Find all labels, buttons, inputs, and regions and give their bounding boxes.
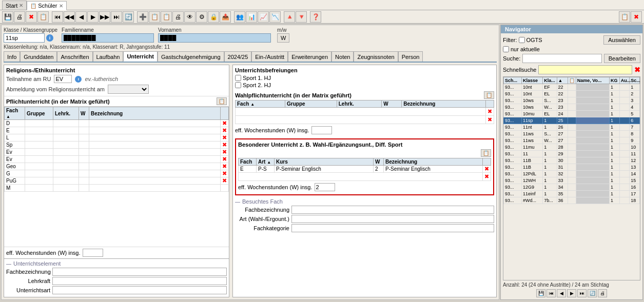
- nav-row-15[interactable]: 93...12WH133████115: [504, 177, 640, 184]
- toolbar-next2[interactable]: ▶▶: [99, 11, 110, 23]
- nav-row-12[interactable]: 93...11B130████112: [504, 157, 640, 164]
- tab-anschriften[interactable]: Anschriften: [57, 51, 92, 62]
- tab-gastschul[interactable]: Gastschulgenehmigung: [158, 51, 224, 62]
- lehrkraft-input[interactable]: [52, 277, 227, 285]
- nav-row-4[interactable]: 93...10wsW...23████14: [504, 104, 640, 111]
- delete-icon[interactable]: ✖: [222, 170, 227, 176]
- nav-row-3[interactable]: 93...10wsS...23████13: [504, 97, 640, 104]
- delete-icon[interactable]: ✖: [222, 177, 227, 184]
- tab-person[interactable]: Person: [398, 51, 423, 62]
- nav-row-16[interactable]: 93...12G9134████116: [504, 184, 640, 191]
- nav-ctrl-last[interactable]: ⏭: [577, 289, 587, 297]
- schnellsuche-input[interactable]: [538, 65, 632, 74]
- mw-button[interactable]: W: [277, 33, 289, 43]
- nav-row-7[interactable]: 93...11nt126████17: [504, 124, 640, 131]
- art-wahl-input[interactable]: [291, 215, 494, 223]
- toolbar-clipboard[interactable]: 📋: [37, 11, 49, 23]
- toolbar-refresh[interactable]: 🔄: [123, 11, 134, 23]
- toolbar-print[interactable]: 🖨: [14, 11, 25, 23]
- delete-icon[interactable]: ✖: [222, 149, 227, 155]
- delete-icon[interactable]: ✖: [222, 120, 227, 126]
- toolbar-chart2[interactable]: 📈: [258, 11, 269, 23]
- toolbar-down[interactable]: 🔻: [296, 11, 307, 23]
- delete-icon[interactable]: ✖: [484, 166, 489, 172]
- eff-wahlpflicht-input[interactable]: [311, 126, 332, 134]
- suche-input[interactable]: [522, 54, 602, 63]
- klasse-input[interactable]: [4, 33, 45, 43]
- toolbar-up[interactable]: 🔺: [284, 11, 295, 23]
- sport1-checkbox[interactable]: Sport 1. HJ: [235, 75, 494, 81]
- delete-icon[interactable]: ✖: [487, 108, 492, 114]
- delete-icon[interactable]: ✖: [222, 163, 227, 169]
- toolbar-close-main[interactable]: ✖: [631, 11, 642, 23]
- nav-row-5[interactable]: 93...10muEL24████15: [504, 111, 640, 117]
- toolbar-add[interactable]: ➕: [137, 11, 148, 23]
- sport2-checkbox[interactable]: Sport 2. HJ: [235, 82, 494, 88]
- toolbar-chart3[interactable]: 📉: [269, 11, 281, 23]
- tab-zeugnisnoten[interactable]: Zeugnissnoten: [354, 51, 398, 62]
- tab-grunddaten[interactable]: Grunddaten: [20, 51, 57, 62]
- nav-row-10[interactable]: 93...11mu128████110: [504, 144, 640, 151]
- delete-icon[interactable]: ✖: [487, 116, 492, 123]
- nav-row-14[interactable]: 93...12PdL132████114: [504, 171, 640, 177]
- nav-ctrl-print[interactable]: 🖨: [598, 289, 607, 297]
- toolbar-prev2[interactable]: ◀◀: [64, 11, 75, 23]
- nur-aktuelle-checkbox[interactable]: [503, 46, 509, 52]
- tab-schueler-close[interactable]: ✕: [59, 3, 63, 9]
- tab-info[interactable]: Info: [4, 51, 20, 62]
- toolbar-delete[interactable]: ✖: [26, 11, 37, 23]
- besuchtes-fachbezeichnung-input[interactable]: [291, 206, 494, 214]
- toolbar-gear[interactable]: ⚙: [196, 11, 207, 23]
- nav-ctrl-refresh[interactable]: 🔄: [588, 289, 597, 297]
- toolbar-users[interactable]: 👥: [234, 11, 245, 23]
- nav-ctrl-prev[interactable]: ◀: [557, 289, 566, 297]
- tab-start[interactable]: Start ✕: [2, 1, 27, 10]
- auswaehlen-btn[interactable]: Auswählen: [603, 35, 640, 45]
- vornamen-input[interactable]: [158, 33, 271, 43]
- toolbar-chart1[interactable]: 📊: [246, 11, 257, 23]
- tab-schueler[interactable]: 📋 Schüler ✕: [27, 1, 66, 10]
- nav-row-1[interactable]: 93...10ntEF22████11: [504, 84, 640, 91]
- toolbar-save[interactable]: 💾: [2, 11, 13, 23]
- tab-ein-austritt[interactable]: Ein-/Austritt: [251, 51, 288, 62]
- toolbar-first[interactable]: ⏮: [52, 11, 63, 23]
- delete-icon[interactable]: ✖: [222, 142, 227, 148]
- ogts-checkbox-row[interactable]: Filter: OGTS: [503, 37, 542, 43]
- besonderer-add-btn[interactable]: 📋: [481, 149, 491, 157]
- delete-icon[interactable]: ✖: [484, 173, 489, 179]
- bearbeiten-btn[interactable]: Bearbeiten: [604, 54, 640, 63]
- sport2-check[interactable]: [235, 82, 241, 88]
- toolbar-prev[interactable]: ◀: [75, 11, 87, 23]
- tab-noten[interactable]: Noten: [331, 51, 354, 62]
- toolbar-next[interactable]: ▶: [87, 11, 99, 23]
- tab-start-close[interactable]: ✕: [19, 3, 23, 8]
- fachkategorie-input[interactable]: [291, 224, 494, 232]
- wahlpflicht-add-btn[interactable]: 📋: [484, 91, 494, 99]
- delete-icon[interactable]: ✖: [222, 156, 227, 162]
- pflicht-add-btn[interactable]: 📋: [217, 97, 227, 105]
- toolbar-extra1[interactable]: 📋: [619, 11, 630, 23]
- nav-row-9[interactable]: 93...11wsW...27████19: [504, 137, 640, 144]
- toolbar-help[interactable]: ❓: [310, 11, 321, 23]
- toolbar-copy1[interactable]: 📋: [149, 11, 160, 23]
- sport1-check[interactable]: [235, 75, 241, 81]
- tab-unterricht[interactable]: Unterricht: [123, 51, 158, 62]
- nav-row-13[interactable]: 93...11B131████113: [504, 164, 640, 171]
- nav-row-2[interactable]: 93...10ntEL22████12: [504, 91, 640, 97]
- abmeldung-select[interactable]: [108, 85, 149, 94]
- familienname-input[interactable]: [62, 33, 154, 43]
- nav-row-11[interactable]: 93...11129████111: [504, 151, 640, 157]
- delete-icon[interactable]: ✖: [222, 134, 227, 140]
- tab-erweiterungen[interactable]: Erweiterungen: [288, 51, 331, 62]
- fachbezeichnung-input[interactable]: [52, 268, 227, 276]
- nav-ctrl-first[interactable]: ⏮: [547, 289, 556, 297]
- nav-row-18[interactable]: 93...#Wd...7b...36████118: [504, 197, 640, 204]
- eff-besonderer-input[interactable]: [315, 183, 335, 191]
- ogts-checkbox[interactable]: [519, 37, 525, 43]
- nav-row-8[interactable]: 93...11wsS...27████18: [504, 131, 640, 137]
- nav-ctrl-save[interactable]: 💾: [536, 289, 545, 297]
- delete-icon[interactable]: ✖: [222, 127, 227, 133]
- tab-laufbahn[interactable]: Laufbahn: [93, 51, 124, 62]
- tab-2024[interactable]: 2024/25: [224, 51, 252, 62]
- eff-wochenstunden-input[interactable]: [83, 249, 103, 257]
